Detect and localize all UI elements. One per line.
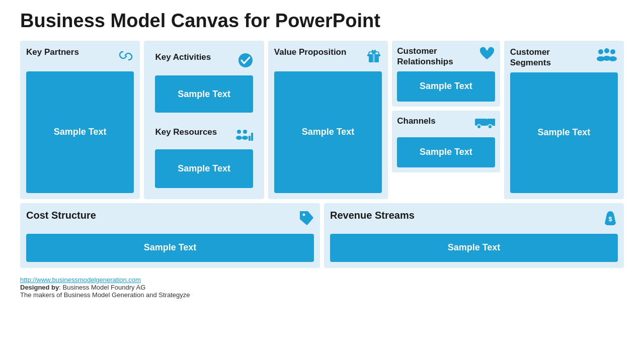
svg-point-1: [237, 130, 241, 134]
value-proposition-sample: Sample Text: [274, 71, 382, 193]
canvas-top-row: Key Partners Sample Text Key Activities: [20, 41, 624, 199]
customer-relationships-header: Customer Relationships: [397, 46, 495, 67]
canvas-bottom-row: Cost Structure Sample Text Revenue Strea…: [20, 203, 624, 268]
customer-segments-title: Customer Segments: [510, 47, 593, 68]
svg-point-2: [236, 136, 242, 140]
heart-icon: [479, 47, 495, 64]
key-activities-sub: Key Activities Sample Text: [150, 47, 258, 118]
key-resources-sub: Key Resources Sample Text: [150, 122, 258, 193]
designed-by-value: : Business Model Foundry AG: [59, 284, 145, 291]
channels-section: Channels Sample Text: [392, 111, 500, 172]
key-partners-cell: Key Partners Sample Text: [20, 41, 140, 199]
svg-text:$: $: [608, 215, 612, 223]
svg-rect-6: [251, 133, 253, 141]
channels-sample: Sample Text: [397, 137, 495, 167]
key-resources-header: Key Resources: [155, 127, 253, 145]
key-partners-header: Key Partners: [26, 47, 134, 67]
checkmark-icon: [238, 53, 253, 71]
customer-relationships-section: Customer Relationships Sample Text: [392, 41, 500, 107]
value-proposition-title: Value Proposition: [274, 47, 347, 57]
key-activities-header: Key Activities: [155, 52, 253, 71]
customer-col: Customer Relationships Sample Text Chann…: [392, 41, 500, 199]
footer-url[interactable]: http://www.businessmodelgeneration.com: [20, 276, 141, 284]
svg-rect-12: [475, 119, 488, 126]
cost-structure-sample: Sample Text: [26, 234, 314, 262]
svg-point-16: [488, 125, 492, 129]
people-icon: [596, 48, 618, 65]
customer-relationships-sample: Sample Text: [397, 71, 495, 102]
cost-structure-title: Cost Structure: [26, 209, 96, 222]
value-proposition-header: Value Proposition: [274, 47, 382, 67]
value-proposition-cell: Value Proposition Sample Text: [268, 41, 388, 199]
channels-title: Channels: [397, 116, 436, 126]
svg-point-23: [303, 213, 305, 216]
svg-point-4: [242, 136, 248, 140]
svg-point-0: [238, 53, 253, 67]
customer-relationships-title: Customer Relationships: [397, 46, 475, 67]
resources-icon: [235, 128, 253, 145]
designed-by-label: Designed by: [20, 284, 59, 291]
truck-icon: [475, 117, 495, 133]
link-icon: [118, 48, 134, 67]
revenue-streams-sample: Sample Text: [330, 234, 618, 262]
svg-point-17: [598, 49, 603, 54]
svg-marker-14: [488, 119, 494, 124]
key-partners-sample: Sample Text: [26, 71, 134, 193]
channels-header: Channels: [397, 116, 495, 133]
cost-structure-cell: Cost Structure Sample Text: [20, 203, 320, 268]
money-icon: $: [603, 210, 618, 230]
customer-segments-cell: Customer Segments Sample Text: [504, 41, 624, 199]
svg-point-15: [477, 125, 481, 129]
key-resources-sample: Sample Text: [155, 149, 253, 188]
svg-rect-5: [249, 136, 251, 141]
key-partners-title: Key Partners: [26, 47, 79, 57]
footer: http://www.businessmodelgeneration.com D…: [20, 276, 624, 299]
footer-tagline: The makers of Business Model Generation …: [20, 291, 190, 299]
customer-segments-header: Customer Segments: [510, 47, 618, 68]
svg-point-22: [603, 56, 611, 61]
svg-point-21: [604, 48, 609, 53]
key-activities-sample: Sample Text: [155, 75, 253, 113]
customer-segments-sample: Sample Text: [510, 72, 618, 193]
cost-structure-header: Cost Structure: [26, 209, 314, 230]
revenue-streams-header: Revenue Streams $: [330, 209, 618, 230]
key-activities-cell: Key Activities Sample Text Key Resources: [144, 41, 264, 199]
revenue-streams-title: Revenue Streams: [330, 209, 415, 222]
key-activities-title: Key Activities: [155, 52, 211, 62]
revenue-streams-cell: Revenue Streams $ Sample Text: [324, 203, 624, 268]
key-resources-title: Key Resources: [155, 127, 217, 137]
svg-point-3: [243, 130, 247, 134]
page-title: Business Model Canvas for PowerPoint: [20, 10, 624, 32]
tag-icon: [299, 210, 314, 230]
gift-icon: [366, 48, 382, 67]
svg-point-19: [610, 49, 615, 54]
